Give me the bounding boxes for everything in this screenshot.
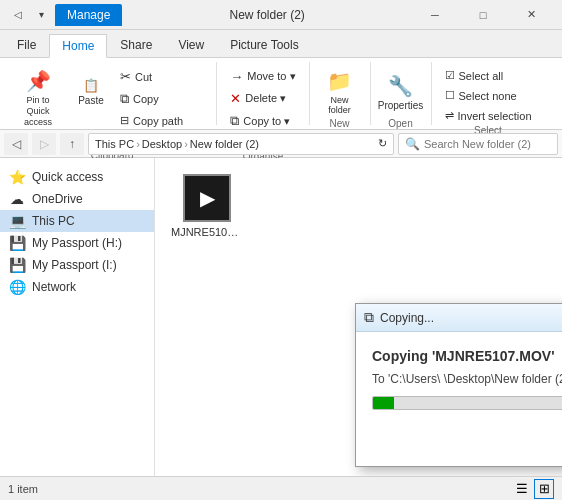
minimize-button[interactable]: ─: [412, 0, 458, 30]
open-items: Properties: [379, 62, 423, 118]
file-name: MJNRE5107.M...: [171, 226, 243, 238]
quick-access-label: Quick access: [32, 170, 103, 184]
dialog-buttons: Cancel: [372, 426, 562, 450]
refresh-icon[interactable]: ↻: [378, 137, 387, 150]
new-label: New: [330, 118, 350, 131]
sidebar-item-my-passport-h[interactable]: 💾 My Passport (H:): [0, 232, 154, 254]
sidebar-item-onedrive[interactable]: ☁ OneDrive: [0, 188, 154, 210]
move-to-button[interactable]: Move to ▾: [225, 66, 300, 87]
select-none-icon: [445, 89, 455, 102]
search-box[interactable]: 🔍: [398, 133, 558, 155]
copy-dialog: ⧉ Copying... ─ □ ✕ Copying 'MJNRE5107.MO…: [355, 303, 562, 467]
tab-home[interactable]: Home: [49, 34, 107, 58]
manage-tab-label: Manage: [55, 4, 122, 26]
copy-to-button[interactable]: Copy to ▾: [225, 110, 300, 132]
cut-icon: [120, 69, 131, 84]
copy-path-button[interactable]: ⊟ Copy path: [115, 111, 208, 130]
select-all-button[interactable]: Select all: [440, 66, 537, 85]
search-icon: 🔍: [405, 137, 420, 151]
window-controls: ─ □ ✕: [412, 0, 554, 30]
list-item[interactable]: MJNRE5107.M...: [167, 170, 247, 242]
sidebar-item-my-passport-i[interactable]: 💾 My Passport (I:): [0, 254, 154, 276]
invert-icon: [445, 109, 454, 122]
open-label: Open: [388, 118, 412, 131]
ribbon-group-clipboard: Pin to Quick access Paste Cut Copy ⊟ Cop…: [8, 62, 217, 125]
copy-button[interactable]: Copy: [115, 88, 208, 110]
select-btns: Select all Select none Invert selection: [440, 66, 537, 125]
my-passport-h-icon: 💾: [8, 235, 26, 251]
cut-button[interactable]: Cut: [115, 66, 208, 87]
select-none-button[interactable]: Select none: [440, 86, 537, 105]
qat-back-btn[interactable]: ◁: [8, 5, 28, 25]
network-label: Network: [32, 280, 76, 294]
new-folder-button[interactable]: New folder: [318, 66, 362, 118]
view-buttons: ☰ ⊞: [512, 479, 554, 499]
main-area: ⭐ Quick access ☁ OneDrive 💻 This PC 💾 My…: [0, 158, 562, 476]
sidebar-item-this-pc[interactable]: 💻 This PC: [0, 210, 154, 232]
qat-down-btn[interactable]: ▾: [31, 5, 51, 25]
pin-to-quick-access-button[interactable]: Pin to Quick access: [16, 66, 60, 130]
ribbon-group-new: New folder New: [310, 62, 371, 125]
invert-selection-button[interactable]: Invert selection: [440, 106, 537, 125]
forward-button[interactable]: ▷: [32, 133, 56, 155]
delete-button[interactable]: Delete ▾: [225, 88, 300, 109]
new-items: New folder: [318, 62, 362, 118]
tab-file[interactable]: File: [4, 33, 49, 57]
up-button[interactable]: ↑: [60, 133, 84, 155]
dialog-title-text: Copying...: [380, 311, 434, 325]
tab-view[interactable]: View: [165, 33, 217, 57]
path-desktop[interactable]: Desktop: [142, 138, 182, 150]
properties-icon: [388, 74, 413, 98]
tab-picture-tools[interactable]: Picture Tools: [217, 33, 311, 57]
close-button[interactable]: ✕: [508, 0, 554, 30]
dialog-content: Copying 'MJNRE5107.MOV' To 'C:\Users\ \D…: [356, 332, 562, 466]
this-pc-icon: 💻: [8, 213, 26, 229]
progress-bar-fill: [373, 397, 394, 409]
move-to-icon: [230, 69, 243, 84]
tab-share[interactable]: Share: [107, 33, 165, 57]
title-bar-left: ◁ ▾ Manage: [8, 4, 122, 26]
path-sep-2: ›: [184, 138, 188, 150]
dialog-title-icon: ⧉: [364, 309, 374, 326]
path-this-pc[interactable]: This PC: [95, 138, 134, 150]
onedrive-icon: ☁: [8, 191, 26, 207]
properties-label: Properties: [378, 100, 424, 111]
select-items: Select all Select none Invert selection: [440, 62, 537, 125]
back-button[interactable]: ◁: [4, 133, 28, 155]
delete-icon: [230, 91, 241, 106]
this-pc-label: This PC: [32, 214, 75, 228]
my-passport-h-label: My Passport (H:): [32, 236, 122, 250]
my-passport-i-label: My Passport (I:): [32, 258, 117, 272]
ribbon-group-select: Select all Select none Invert selection …: [432, 62, 545, 125]
paste-icon: [83, 78, 99, 93]
search-input[interactable]: [424, 138, 551, 150]
view-large-icons-button[interactable]: ⊞: [534, 479, 554, 499]
dialog-heading: Copying 'MJNRE5107.MOV': [372, 348, 562, 364]
dialog-title: ⧉ Copying...: [364, 309, 434, 326]
network-icon: 🌐: [8, 279, 26, 295]
progress-bar-container: [372, 396, 562, 410]
new-folder-label: New folder: [321, 95, 359, 115]
quick-access-toolbar: ◁ ▾: [8, 5, 51, 25]
new-folder-icon: [327, 69, 352, 93]
copy-path-icon: ⊟: [120, 114, 129, 127]
select-all-icon: [445, 69, 455, 82]
paste-button[interactable]: Paste: [69, 66, 113, 118]
pin-icon: [26, 69, 51, 93]
file-thumbnail: [183, 174, 231, 222]
view-list-button[interactable]: ☰: [512, 479, 532, 499]
ribbon-group-open: Properties Open: [371, 62, 432, 125]
maximize-button[interactable]: □: [460, 0, 506, 30]
manage-tab[interactable]: Manage: [55, 4, 122, 26]
address-path[interactable]: This PC › Desktop › New folder (2) ↻: [88, 133, 394, 155]
pin-label: Pin to Quick access: [19, 95, 57, 127]
properties-button[interactable]: Properties: [379, 66, 423, 118]
file-area: MJNRE5107.M... ⧉ Copying... ─ □ ✕ Copyin…: [155, 158, 562, 476]
paste-label: Paste: [78, 95, 104, 106]
sidebar-item-network[interactable]: 🌐 Network: [0, 276, 154, 298]
dialog-destination: To 'C:\Users\ \Desktop\New folder (2)': [372, 372, 562, 386]
sidebar-item-quick-access[interactable]: ⭐ Quick access: [0, 166, 154, 188]
ribbon-group-organise: Move to ▾ Delete ▾ Copy to ▾ Rename Orga…: [217, 62, 309, 125]
path-new-folder[interactable]: New folder (2): [190, 138, 259, 150]
onedrive-label: OneDrive: [32, 192, 83, 206]
